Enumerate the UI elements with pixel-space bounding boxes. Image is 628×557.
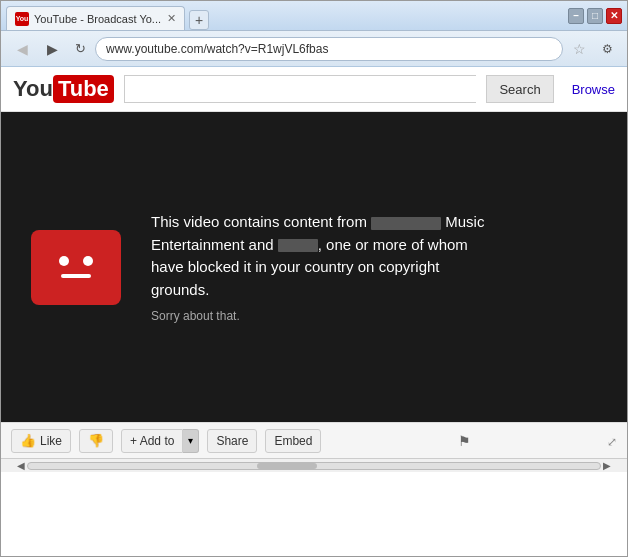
scroll-track[interactable] [27, 462, 601, 470]
scroll-left-button[interactable]: ◀ [17, 460, 25, 471]
star-icon: ☆ [573, 41, 586, 57]
tab-favicon: You [15, 12, 29, 26]
close-button[interactable]: ✕ [606, 8, 622, 24]
robot-eyes [59, 256, 93, 266]
refresh-icon: ↻ [75, 41, 86, 56]
robot-eye-left [59, 256, 69, 266]
share-button[interactable]: Share [207, 429, 257, 453]
search-button[interactable]: Search [486, 75, 553, 103]
logo-tube: Tube [53, 75, 114, 103]
bottom-action-bar: 👍 Like 👎 + Add to ▾ Share Embed ⚑ [1, 422, 627, 458]
expand-icon: ⤢ [607, 435, 617, 449]
minimize-button[interactable]: – [568, 8, 584, 24]
back-icon: ◀ [17, 41, 28, 57]
window-controls: – □ ✕ [568, 8, 622, 24]
youtube-logo: YouTube [13, 75, 114, 103]
robot-eye-right [83, 256, 93, 266]
error-main-text: This video contains content from Music E… [151, 211, 491, 301]
tab-close-button[interactable]: ✕ [167, 12, 176, 25]
youtube-header: YouTube Search Browse [1, 67, 627, 112]
forward-button[interactable]: ▶ [39, 36, 65, 62]
video-area: This video contains content from Music E… [1, 112, 627, 422]
nav-bar: ◀ ▶ ↻ www.youtube.com/watch?v=R1wjVL6fba… [1, 31, 627, 67]
address-bar[interactable]: www.youtube.com/watch?v=R1wjVL6fbas [95, 37, 563, 61]
maximize-button[interactable]: □ [587, 8, 603, 24]
embed-button[interactable]: Embed [265, 429, 321, 453]
logo-you: You [13, 76, 53, 102]
censored-block-1 [371, 217, 441, 230]
like-button[interactable]: 👍 Like [11, 429, 71, 453]
add-to-label: + Add to [130, 434, 174, 448]
share-label: Share [216, 434, 248, 448]
thumbs-up-icon: 👍 [20, 433, 36, 448]
url-text: www.youtube.com/watch?v=R1wjVL6fbas [106, 42, 328, 56]
error-message-container: This video contains content from Music E… [151, 211, 491, 323]
like-label: Like [40, 434, 62, 448]
robot-mouth [61, 274, 91, 278]
error-sorry-text: Sorry about that. [151, 309, 491, 323]
censored-block-2 [278, 239, 318, 252]
tab-area: You YouTube - Broadcast Yo... ✕ + [6, 1, 568, 30]
horizontal-scrollbar[interactable]: ◀ ▶ [1, 458, 627, 472]
error-text-part1: This video contains content from [151, 213, 371, 230]
add-to-group: + Add to ▾ [121, 429, 199, 453]
tools-button[interactable]: ⚙ [595, 37, 619, 61]
flag-button[interactable]: ⚑ [458, 433, 471, 449]
dislike-button[interactable]: 👎 [79, 429, 113, 453]
scroll-thumb[interactable] [257, 463, 317, 469]
forward-icon: ▶ [47, 41, 58, 57]
title-bar: You YouTube - Broadcast Yo... ✕ + – □ ✕ [1, 1, 627, 31]
embed-label: Embed [274, 434, 312, 448]
thumbs-down-icon: 👎 [88, 433, 104, 448]
back-button[interactable]: ◀ [9, 36, 35, 62]
tools-icon: ⚙ [602, 42, 613, 56]
expand-button[interactable]: ⤢ [607, 433, 617, 449]
active-tab[interactable]: You YouTube - Broadcast Yo... ✕ [6, 6, 185, 30]
add-to-dropdown-button[interactable]: ▾ [183, 429, 199, 453]
tab-title: YouTube - Broadcast Yo... [34, 13, 161, 25]
flag-icon: ⚑ [458, 433, 471, 449]
scroll-right-button[interactable]: ▶ [603, 460, 611, 471]
new-tab-button[interactable]: + [189, 10, 209, 30]
error-robot-icon [31, 230, 121, 305]
add-to-button[interactable]: + Add to [121, 429, 183, 453]
page-content: YouTube Search Browse This video contain… [1, 67, 627, 556]
browse-link[interactable]: Browse [572, 82, 615, 97]
refresh-button[interactable]: ↻ [69, 38, 91, 60]
browser-window: You YouTube - Broadcast Yo... ✕ + – □ ✕ … [0, 0, 628, 557]
search-input[interactable] [124, 75, 477, 103]
bookmark-star-button[interactable]: ☆ [567, 37, 591, 61]
